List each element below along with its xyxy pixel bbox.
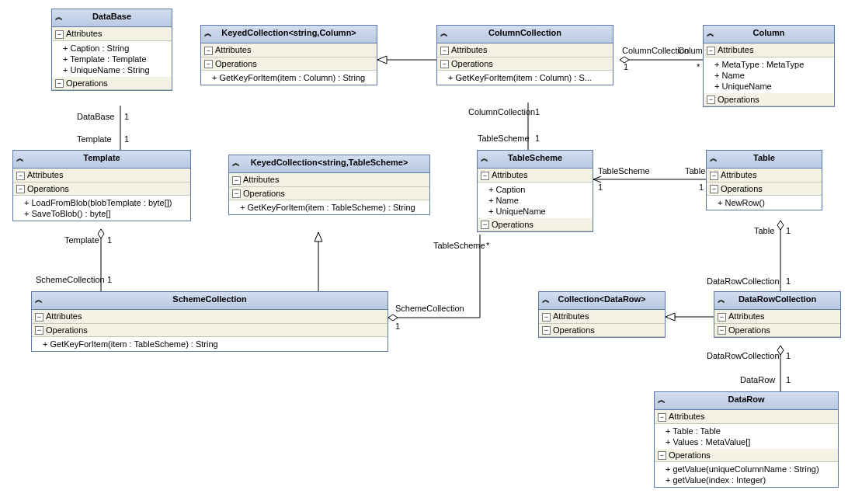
class-name: Column	[753, 28, 785, 37]
label-database-mult: 1	[124, 112, 129, 121]
class-datarowcollection[interactable]: ︽ DataRowCollection −Attributes −Operati…	[714, 291, 841, 338]
collapse-icon[interactable]: ︽	[440, 28, 448, 39]
attributes-header[interactable]: −Attributes	[704, 43, 834, 57]
operations-body: GetKeyForItem(item : TableScheme) : Stri…	[229, 200, 429, 214]
attributes-header[interactable]: −Attributes	[52, 27, 172, 41]
class-title: ︽ Column	[704, 26, 834, 43]
class-database[interactable]: ︽ DataBase −Attributes Caption : String …	[51, 9, 172, 91]
class-title: ︽ ColumnCollection	[437, 26, 613, 43]
attributes-header[interactable]: −Attributes	[13, 169, 190, 182]
operations-header[interactable]: −Operations	[229, 187, 429, 201]
class-collection-datarow[interactable]: ︽ Collection<DataRow> −Attributes −Opera…	[538, 291, 666, 338]
label-table-role2: Table	[754, 226, 774, 235]
class-name: SchemeCollection	[172, 294, 246, 304]
collapse-icon[interactable]: ︽	[542, 294, 550, 305]
attributes-header[interactable]: −Attributes	[437, 43, 613, 57]
label-tablescheme-role3: TableScheme	[433, 241, 485, 250]
collapse-icon[interactable]: ︽	[204, 28, 212, 39]
label-template-mult2: 1	[107, 235, 112, 245]
operations-body: GetKeyForItem(item : Column) : S...	[437, 71, 613, 85]
class-name: TableScheme	[508, 153, 562, 162]
label-drc-mult2: 1	[786, 351, 791, 360]
attributes-header[interactable]: −Attributes	[707, 169, 822, 182]
operations-body: GetKeyForItem(item : Column) : String	[201, 71, 377, 85]
class-table[interactable]: ︽ Table −Attributes −Operations NewRow()	[706, 150, 822, 210]
operations-header[interactable]: −Operations	[52, 77, 172, 91]
attributes-header[interactable]: −Attributes	[539, 310, 665, 324]
operations-header[interactable]: −Operations	[478, 218, 593, 232]
collapse-icon[interactable]: ︽	[658, 395, 666, 405]
attributes-header[interactable]: −Attributes	[655, 410, 838, 424]
op: GetKeyForItem(item : TableScheme) : Stri…	[240, 202, 426, 213]
collapse-icon[interactable]: ︽	[481, 153, 488, 164]
attr: UniqueName	[488, 206, 589, 217]
label-table-mult: 1	[699, 182, 704, 192]
label-table-mult2: 1	[786, 226, 791, 235]
label-schemecoll-mult2: 1	[395, 322, 400, 331]
class-keyedcollection-tablescheme[interactable]: ︽ KeyedCollection<string,TableScheme> −A…	[228, 155, 430, 215]
label-tablescheme-mult3: *	[486, 241, 489, 250]
class-name: DataRow	[728, 395, 764, 404]
label-template-role2: Template	[64, 235, 99, 245]
class-template[interactable]: ︽ Template −Attributes −Operations LoadF…	[12, 150, 191, 221]
operations-header[interactable]: −Operations	[655, 449, 838, 463]
operations-header[interactable]: −Operations	[707, 182, 822, 196]
attr: Template : Template	[63, 54, 169, 64]
attr: UniqueName	[714, 81, 831, 92]
op: GetKeyForItem(item : Column) : S...	[448, 72, 610, 83]
operations-header[interactable]: −Operations	[201, 57, 377, 71]
label-template-role: Template	[77, 134, 112, 144]
operations-header[interactable]: −Operations	[714, 324, 840, 338]
class-title: ︽ Collection<DataRow>	[539, 292, 665, 310]
attr: Name	[488, 195, 589, 206]
operations-header[interactable]: −Operations	[704, 93, 834, 107]
attributes-header[interactable]: −Attributes	[478, 169, 593, 182]
class-name: Table	[753, 153, 775, 162]
operations-header[interactable]: −Operations	[539, 324, 665, 338]
label-tablescheme-mult2: 1	[598, 182, 603, 192]
collapse-icon[interactable]: ︽	[35, 294, 43, 305]
attributes-header[interactable]: −Attributes	[714, 310, 840, 324]
class-title: ︽ DataRowCollection	[714, 292, 840, 310]
operations-header[interactable]: −Operations	[437, 57, 613, 71]
class-title: ︽ TableScheme	[478, 151, 593, 169]
label-datarow-mult: 1	[786, 375, 791, 384]
collapse-icon[interactable]: ︽	[232, 158, 240, 169]
class-name: ColumnCollection	[488, 28, 561, 37]
operations-header[interactable]: −Operations	[32, 324, 388, 338]
class-title: ︽ KeyedCollection<string,TableScheme>	[229, 155, 429, 173]
op: getValue(index : Integer)	[666, 474, 835, 485]
class-name: DataRowCollection	[739, 294, 816, 304]
label-schemecoll-role: SchemeCollection	[36, 275, 105, 284]
label-schemecoll-mult: 1	[107, 275, 112, 284]
label-tablescheme-role: TableScheme	[478, 134, 530, 143]
class-tablescheme[interactable]: ︽ TableScheme −Attributes Caption Name U…	[477, 150, 593, 232]
class-datarow[interactable]: ︽ DataRow −Attributes Table : Table Valu…	[654, 391, 839, 488]
class-schemecollection[interactable]: ︽ SchemeCollection −Attributes −Operatio…	[31, 291, 388, 352]
class-columncollection[interactable]: ︽ ColumnCollection −Attributes −Operatio…	[436, 25, 613, 85]
attributes-header[interactable]: −Attributes	[32, 310, 388, 324]
class-keyedcollection-column[interactable]: ︽ KeyedCollection<string,Column> −Attrib…	[200, 25, 377, 85]
class-title: ︽ Template	[13, 151, 190, 169]
collapse-icon[interactable]: ︽	[16, 153, 24, 164]
class-column[interactable]: ︽ Column −Attributes MetaType : MetaType…	[703, 25, 835, 107]
attributes-body: MetaType : MetaType Name UniqueName	[704, 57, 834, 93]
label-database-role: DataBase	[77, 112, 114, 121]
label-drc-role: DataRowCollection	[707, 276, 780, 286]
collapse-icon[interactable]: ︽	[718, 294, 725, 305]
op: LoadFromBlob(blobTemplate : byte[])	[24, 197, 187, 208]
class-name: Collection<DataRow>	[558, 294, 645, 304]
class-title: ︽ Table	[707, 151, 822, 169]
label-colcoll-mult: 1	[624, 62, 628, 71]
class-name: Template	[83, 153, 120, 162]
operations-header[interactable]: −Operations	[13, 182, 190, 196]
collapse-icon[interactable]: ︽	[55, 12, 63, 23]
attr: Name	[714, 70, 831, 81]
attributes-header[interactable]: −Attributes	[229, 173, 429, 187]
collapse-icon[interactable]: ︽	[710, 153, 718, 164]
attributes-header[interactable]: −Attributes	[201, 43, 377, 57]
label-template-mult: 1	[124, 134, 129, 144]
op: GetKeyForItem(item : Column) : String	[212, 72, 374, 83]
collapse-icon[interactable]: ︽	[707, 28, 714, 39]
attr: UniqueName : String	[63, 64, 169, 75]
